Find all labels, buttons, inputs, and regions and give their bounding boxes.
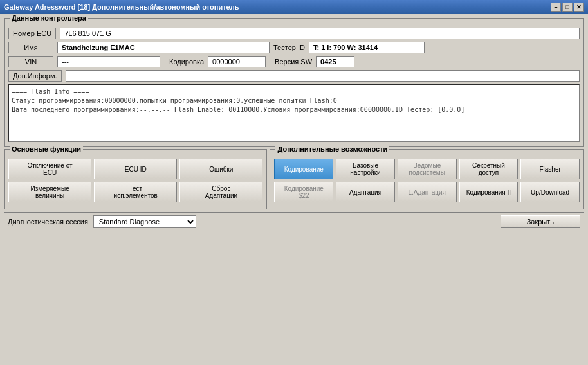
basic-functions-group: Основные функции Отключение от ECU ECU I… [4, 149, 267, 209]
window-title: Gateway Adressword [18] Дополнительный/а… [4, 3, 239, 11]
session-bar: Диагностическая сессия Standard Diagnose… [4, 212, 584, 231]
window-controls: – □ ✕ [551, 3, 584, 12]
name-label: Имя [8, 42, 53, 53]
coding-label: Кодировка [169, 58, 204, 66]
main-container: Данные контроллера Номер ECU 7L6 815 071… [0, 14, 588, 365]
l-adaptation-button[interactable]: L.Адаптация [398, 182, 457, 202]
session-select[interactable]: Standard Diagnose Extended Diagnose [93, 215, 196, 228]
ecu-label: Номер ECU [8, 28, 56, 39]
vin-row: VIN --- Кодировка 0000000 Версия SW 0425 [8, 56, 580, 67]
extra-info-row: Доп.Информ. [8, 70, 580, 82]
extra-info-value[interactable] [66, 70, 580, 82]
tester-id-value: T: 1 I: 790 W: 31414 [309, 42, 425, 53]
reset-adaptations-button[interactable]: Сброс Адаптации [179, 182, 262, 202]
controller-data-group: Данные контроллера Номер ECU 7L6 815 071… [4, 18, 584, 147]
ecu-id-button[interactable]: ECU ID [94, 159, 177, 179]
flash-info-line3: Дата последнего программирования:--.--.-… [12, 105, 576, 114]
flasher-button[interactable]: Flasher [520, 159, 580, 179]
coding2-button[interactable]: Кодирования II [459, 182, 519, 202]
basic-functions-title: Основные функции [10, 145, 83, 153]
title-bar: Gateway Adressword [18] Дополнительный/а… [0, 0, 588, 14]
controller-data-title: Данные контроллера [10, 14, 88, 22]
name-value: Standheizung E1MAC [57, 42, 270, 53]
extra-functions-row1: Кодирование Базовые настройки Ведомые по… [274, 159, 580, 179]
ecu-row: Номер ECU 7L6 815 071 G [8, 28, 580, 39]
minimize-button[interactable]: – [551, 3, 561, 12]
measurements-button[interactable]: Измеряемые величины [8, 182, 91, 202]
name-row: Имя Standheizung E1MAC Тестер ID T: 1 I:… [8, 42, 580, 53]
ecu-value: 7L6 815 071 G [60, 28, 580, 39]
sw-version-value: 0425 [316, 56, 354, 67]
close-session-button[interactable]: Закрыть [501, 215, 580, 228]
adaptation-button[interactable]: Адаптация [336, 182, 395, 202]
secret-access-button[interactable]: Секретный доступ [459, 159, 519, 179]
extra-info-label: Доп.Информ. [8, 70, 62, 82]
component-test-button[interactable]: Тест исп.элементов [94, 182, 177, 202]
bottom-section: Основные функции Отключение от ECU ECU I… [4, 149, 584, 209]
extra-functions-title: Дополнительные возможности [275, 145, 389, 153]
basic-functions-row2: Измеряемые величины Тест исп.элементов С… [8, 182, 262, 202]
guided-systems-button[interactable]: Ведомые подсистемы [398, 159, 457, 179]
flash-info-line1: ==== Flash Info ==== [12, 87, 576, 96]
coding-button[interactable]: Кодирование [274, 159, 333, 179]
coding-value: 0000000 [208, 56, 266, 67]
close-button[interactable]: ✕ [574, 3, 584, 12]
disconnect-button[interactable]: Отключение от ECU [8, 159, 91, 179]
vin-value: --- [57, 56, 160, 67]
up-download-button[interactable]: Up/Download [520, 182, 580, 202]
extra-functions-group: Дополнительные возможности Кодирование Б… [270, 149, 584, 209]
sw-version-label: Версия SW [275, 58, 312, 66]
basic-settings-button[interactable]: Базовые настройки [336, 159, 395, 179]
tester-id-label: Тестер ID [273, 44, 305, 51]
basic-functions-row1: Отключение от ECU ECU ID Ошибки [8, 159, 262, 179]
flash-info-line2: Статус программирования:00000000,попытки… [12, 96, 576, 105]
flash-info-area: ==== Flash Info ==== Статус программиров… [8, 84, 580, 142]
errors-button[interactable]: Ошибки [179, 159, 262, 179]
extra-functions-row2: Кодирование $22 Адаптация L.Адаптация Ко… [274, 182, 580, 202]
session-label: Диагностическая сессия [8, 218, 88, 226]
maximize-button[interactable]: □ [562, 3, 573, 12]
coding-s22-button[interactable]: Кодирование $22 [274, 182, 333, 202]
vin-label: VIN [8, 56, 53, 67]
